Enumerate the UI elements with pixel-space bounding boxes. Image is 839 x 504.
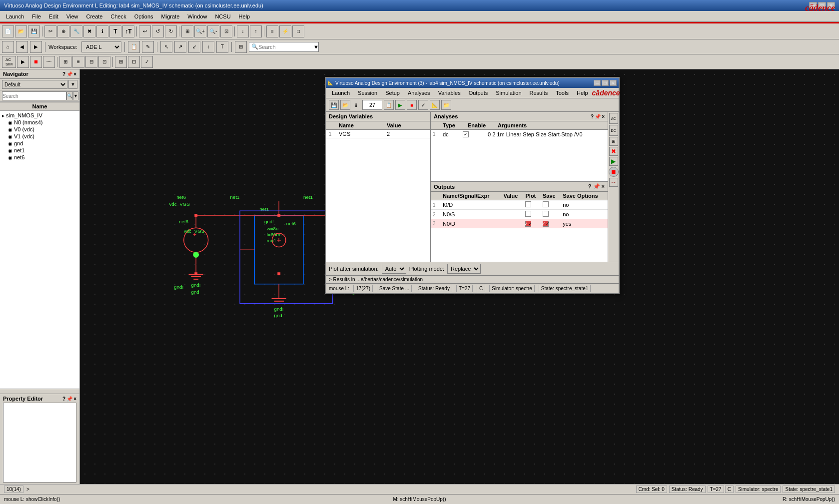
tb-btn-6[interactable]: 🔧 — [70, 25, 82, 37]
save-button[interactable]: 💾 — [28, 25, 40, 37]
dv-name-1[interactable]: VGS — [336, 130, 384, 138]
tree-item-gnd[interactable]: ◉ gnd — [1, 140, 78, 147]
tb-btn-prop[interactable]: ≡ — [266, 25, 278, 37]
tb-btn-hier1[interactable]: ↓ — [237, 25, 249, 37]
nmos-component[interactable]: net1 net6 gnd! w=8u l=600n m=1 gnd! gnd — [240, 201, 303, 318]
out-save-1[interactable] — [541, 200, 561, 210]
an-enable-1[interactable] — [463, 131, 488, 137]
ade-tb-netlist[interactable]: 📋 — [384, 100, 394, 110]
ade-icon-ac[interactable]: AC — [609, 113, 618, 124]
out-name-2[interactable]: N0/S — [441, 210, 502, 219]
outputs-close[interactable]: × — [602, 183, 605, 189]
canvas-area[interactable]: + net6 vdc=VGS gnd! gnd net6 vdc=VGS gnd… — [80, 69, 839, 484]
analyses-pin[interactable]: 📌 — [595, 114, 601, 119]
ade-tb-schematic[interactable]: 📐 — [430, 100, 440, 110]
ade-save-state[interactable]: Save State ... — [377, 285, 412, 292]
tb2-btn-cursor1[interactable]: ↖ — [160, 41, 172, 53]
dv-value-1[interactable]: 2 — [384, 130, 430, 138]
tb-btn-9[interactable]: T — [109, 25, 121, 37]
prop-help-icon[interactable]: ? — [62, 396, 65, 402]
ade-icon-dc[interactable]: DC — [609, 125, 618, 136]
tb3-stop[interactable]: ⏹ — [30, 56, 42, 68]
an-type-1[interactable]: dc — [443, 131, 463, 137]
tree-item-v1[interactable]: ◉ V1 (vdc) — [1, 133, 78, 140]
menu-item-check[interactable]: Check — [106, 12, 130, 20]
tb2-btn1[interactable]: ⌂ — [2, 41, 14, 53]
tb-btn-11[interactable]: ↩ — [139, 25, 151, 37]
tb2-btn-cursor4[interactable]: ↕ — [202, 41, 214, 53]
prop-close-icon[interactable]: × — [73, 396, 76, 402]
tb-btn-hier2[interactable]: ↑ — [250, 25, 262, 37]
tb-btn-inst[interactable]: □ — [292, 25, 304, 37]
tb-btn-4[interactable]: ✂ — [44, 25, 56, 37]
out-plot-2[interactable] — [523, 210, 540, 219]
tb-btn-zoom-area[interactable]: ⊡ — [220, 25, 232, 37]
search-dropdown-icon[interactable]: ▼ — [313, 44, 319, 50]
analyses-help[interactable]: ? — [591, 114, 594, 119]
outputs-pin[interactable]: 📌 — [593, 183, 600, 189]
tb-btn-zoom-in[interactable]: 🔍+ — [194, 25, 206, 37]
sidebar-hscroll[interactable] — [0, 389, 79, 394]
nav-close-icon[interactable]: × — [73, 71, 76, 77]
tb-btn-8[interactable]: ℹ — [96, 25, 108, 37]
ade-tb-stop[interactable]: ■ — [407, 100, 417, 110]
tree-item-sim-nmos[interactable]: ▸ sim_NMOS_IV — [1, 112, 78, 119]
tree-item-net6[interactable]: ◉ net6 — [1, 154, 78, 161]
tb2-btn3[interactable]: ▶ — [30, 41, 42, 53]
tb3-grid[interactable]: ⊞ — [59, 56, 71, 68]
tb3-btn2[interactable]: ▶ — [17, 56, 29, 68]
out-name-3[interactable]: N0/D — [441, 219, 502, 228]
ade-tb-folder[interactable]: 📁 — [441, 100, 451, 110]
plot-after-select[interactable]: Auto — [382, 264, 406, 274]
menu-item-help[interactable]: Help — [235, 12, 254, 20]
tb2-btn-cursor5[interactable]: T — [216, 41, 228, 53]
ade-maximize-button[interactable]: □ — [602, 80, 609, 86]
tb-btn-wire[interactable]: ⚡ — [279, 25, 291, 37]
tb2-btn2[interactable]: ◀ — [16, 41, 28, 53]
tree-item-n0[interactable]: ◉ N0 (nmos4) — [1, 119, 78, 126]
tree-item-v0[interactable]: ◉ V0 (vdc) — [1, 126, 78, 133]
ade-menu-simulation[interactable]: Simulation — [492, 89, 525, 97]
tb3-align[interactable]: ⊟ — [85, 56, 97, 68]
ade-menu-tools[interactable]: Tools — [552, 89, 573, 97]
nav-search-button[interactable]: 🔍 — [66, 91, 73, 100]
tb2-btn-cursor2[interactable]: ↗ — [174, 41, 186, 53]
ade-icon-4[interactable]: ✖ — [609, 147, 618, 156]
menu-item-migrate[interactable]: Migrate — [157, 12, 184, 20]
menu-item-view[interactable]: View — [62, 12, 82, 20]
out-name-1[interactable]: I0/D — [441, 200, 502, 210]
ade-temperature-input[interactable] — [362, 100, 382, 110]
new-button[interactable]: 📄 — [2, 25, 14, 37]
tree-item-net1[interactable]: ◉ net1 — [1, 147, 78, 154]
ade-minimize-button[interactable]: ─ — [594, 80, 601, 86]
menu-item-edit[interactable]: Edit — [45, 12, 62, 20]
menu-item-options[interactable]: Options — [130, 12, 157, 20]
ade-icon-3[interactable]: ⊞ — [609, 137, 618, 146]
out-save-2[interactable] — [541, 210, 561, 219]
tb3-wave[interactable]: 〰 — [43, 56, 55, 68]
nav-filter-btn[interactable]: ▼ — [68, 80, 77, 89]
nav-help-icon[interactable]: ? — [62, 71, 65, 77]
ade-tb-check[interactable]: ✓ — [418, 100, 428, 110]
nav-filter-select[interactable]: Default — [2, 80, 67, 89]
ade-tb-save[interactable]: 💾 — [329, 100, 339, 110]
search-input[interactable] — [258, 44, 313, 50]
ade-close-button[interactable]: × — [610, 80, 617, 86]
ade-menu-session[interactable]: Session — [354, 89, 381, 97]
nav-search-input[interactable] — [2, 91, 66, 100]
tb-btn-zoom-fit[interactable]: ⊞ — [181, 25, 193, 37]
tb3-btn7[interactable]: ⊡ — [98, 56, 110, 68]
tb3-ac[interactable]: ACSIM — [2, 56, 16, 68]
tb-btn-5[interactable]: ⊕ — [57, 25, 69, 37]
ade-icon-stop[interactable]: ⏹ — [609, 167, 619, 177]
tb2-btn4[interactable]: 📋 — [128, 41, 140, 53]
ade-icon-run[interactable]: ▶ — [609, 157, 618, 166]
menu-item-create[interactable]: Create — [82, 12, 106, 20]
ade-menu-analyses[interactable]: Analyses — [404, 89, 434, 97]
nav-pin-icon[interactable]: 📌 — [66, 71, 72, 77]
ade-tb-open[interactable]: 📂 — [340, 100, 350, 110]
tb2-btn5[interactable]: ✎ — [142, 41, 154, 53]
workspace-select[interactable]: ADE L — [81, 41, 121, 52]
tb-btn-zoom-out[interactable]: 🔍- — [207, 25, 219, 37]
nav-search-option[interactable]: ▼ — [73, 91, 78, 100]
